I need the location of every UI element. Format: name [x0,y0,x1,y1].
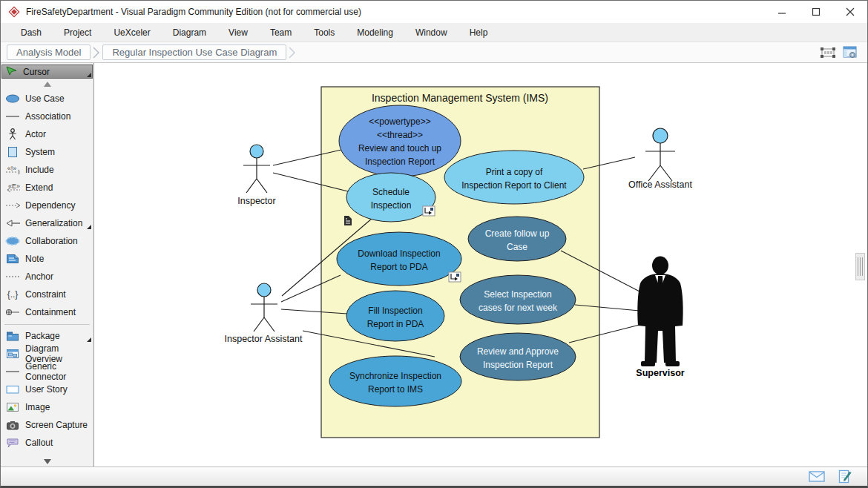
tool-anchor[interactable]: Anchor [1,268,93,286]
use-case-review-approve[interactable]: Review and Approve Inspection Report [460,333,576,380]
tool-cursor[interactable]: Cursor [1,65,93,79]
use-case-synchronize-report[interactable]: Synchronize Inspection Report to IMS [329,356,461,406]
tool-actor[interactable]: Actor [1,125,93,143]
fit-bounds-icon[interactable] [817,44,839,62]
actor-office-assistant[interactable]: Office Assistant [628,128,692,190]
tool-collaboration[interactable]: Collaboration [1,232,93,250]
tool-diagram-overview[interactable]: Diagram Overview [1,345,93,363]
svg-text:Inspection Report: Inspection Report [365,156,435,167]
tool-use-case[interactable]: Use Case [1,90,93,108]
svg-text:«!»: «!» [7,165,17,172]
tool-constraint[interactable]: {..} Constraint [1,286,93,303]
tool-label: Use Case [25,93,65,104]
user-story-icon [5,383,20,395]
diagram-canvas[interactable]: Inspection Management System (IMS) [94,63,867,466]
actor-supervisor[interactable]: Supervisor [636,257,684,379]
actor-inspector-assistant[interactable]: Inspector Assistant [225,283,303,344]
svg-text:Create follow up: Create follow up [485,228,550,239]
tool-label: Cursor [23,67,50,77]
tool-note[interactable]: Note [1,250,93,268]
close-button[interactable] [833,1,867,23]
containment-icon [5,306,20,318]
note-icon [5,253,20,265]
menu-view[interactable]: View [217,24,259,41]
panel-splitter-grip[interactable] [855,253,865,280]
mail-icon[interactable] [808,469,826,484]
tool-user-story[interactable]: User Story [1,380,93,398]
use-case-review-touch-up[interactable]: <<powertype>> <<thread>> Review and touc… [339,105,461,177]
svg-text:Report to IMS: Report to IMS [368,384,423,395]
tool-screen-capture[interactable]: Screen Capture [1,416,93,434]
tool-include[interactable]: «!» Include [1,161,93,179]
use-case-diagram: Inspection Management System (IMS) [94,63,867,466]
scroll-down-icon[interactable] [1,456,93,466]
tool-generalization[interactable]: Generalization [1,214,93,232]
tool-dependency[interactable]: Dependency [1,197,93,214]
tool-extend[interactable]: «E» Extend [1,179,93,197]
tool-image[interactable]: Image [1,398,93,416]
package-icon [5,330,20,342]
menu-tools[interactable]: Tools [303,24,346,41]
menu-diagram[interactable]: Diagram [162,24,217,41]
tool-label: Dependency [25,200,75,211]
svg-text:Inspection: Inspection [371,200,412,211]
flyout-corner-icon [87,225,91,229]
menu-uexceler[interactable]: UeXceler [102,24,161,41]
tool-label: Association [25,111,70,122]
anchor-icon [5,271,20,283]
tool-label: System [25,147,55,157]
extend-icon: «E» [5,182,20,194]
screen-capture-icon [5,419,20,431]
breadcrumb: Analysis Model Regular Inspection Use Ca… [1,42,867,63]
actor-icon [5,128,20,140]
use-case-icon [5,93,20,105]
palette-separator [4,324,90,325]
tool-containment[interactable]: Containment [1,303,93,321]
tool-label: Generic Connector [25,361,93,382]
minimize-button[interactable] [765,1,799,23]
tool-generic-connector[interactable]: Generic Connector [1,363,93,380]
menu-team[interactable]: Team [259,24,303,41]
actor-inspector[interactable]: Inspector [237,145,275,206]
svg-text:Print a copy of: Print a copy of [486,167,543,177]
tool-label: Anchor [25,271,53,282]
breadcrumb-current-diagram[interactable]: Regular Inspection Use Case Diagram [102,44,286,60]
use-case-fill-report[interactable]: Fill Inspection Report in PDA [346,291,444,341]
system-icon [5,146,20,158]
svg-text:Report to PDA: Report to PDA [370,262,427,272]
tool-label: Callout [25,438,53,448]
use-case-create-follow-up[interactable]: Create follow up Case [468,217,566,261]
scroll-up-icon[interactable] [1,79,93,90]
use-case-select-cases[interactable]: Select Inspection cases for next week [460,275,576,324]
tool-callout[interactable]: Callout [1,434,93,452]
tool-association[interactable]: Association [1,108,93,125]
menu-dash[interactable]: Dash [10,24,53,41]
breadcrumb-analysis-model[interactable]: Analysis Model [7,44,91,60]
tool-label: Image [25,402,50,412]
panel-view-icon[interactable] [839,44,861,62]
flyout-corner-icon [87,73,91,77]
tool-label: Collaboration [25,236,78,246]
menu-modeling[interactable]: Modeling [346,24,404,41]
generic-connector-icon [5,366,20,377]
tool-label: Generalization [25,218,82,228]
menu-project[interactable]: Project [53,24,102,41]
menu-help[interactable]: Help [458,24,499,41]
system-boundary-title: Inspection Management System (IMS) [372,92,548,104]
tool-label: Actor [25,129,46,139]
menu-bar: Dash Project UeXceler Diagram View Team … [1,23,867,42]
include-icon: «!» [5,164,20,176]
use-case-schedule-inspection[interactable]: Schedule Inspection [346,173,435,222]
edit-note-icon[interactable] [836,469,854,484]
status-bar [1,466,867,486]
tool-system[interactable]: System [1,143,93,161]
menu-window[interactable]: Window [404,24,458,41]
dependency-icon [5,200,20,211]
use-case-print-copy[interactable]: Print a copy of Inspection Report to Cli… [444,151,584,204]
svg-text:Select Inspection: Select Inspection [484,289,551,300]
tool-package[interactable]: Package [1,327,93,345]
svg-text:Report in PDA: Report in PDA [367,319,424,329]
use-case-download-report[interactable]: Download Inspection Report to PDA [337,232,461,286]
app-window: FireSafetyDepartment - Visual Paradigm C… [0,0,868,488]
maximize-button[interactable] [799,1,833,23]
